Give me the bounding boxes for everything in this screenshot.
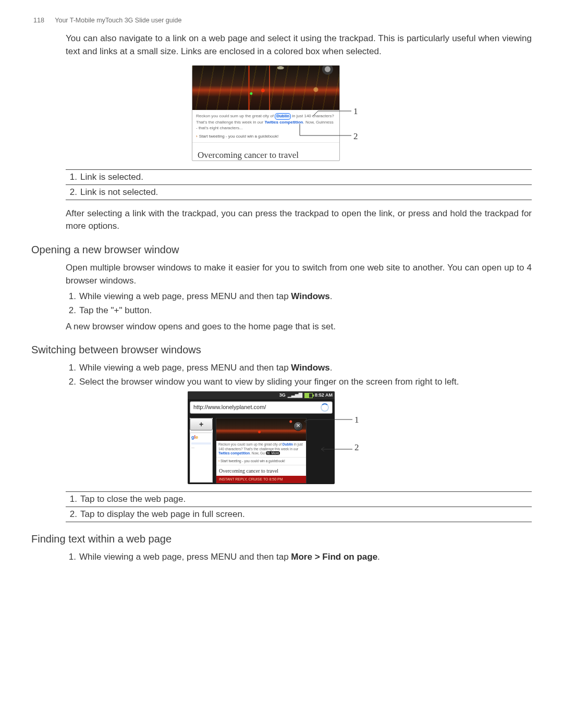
window-thumbnails: + gle — ✕ Reckon you could sum up the gr… — [188, 416, 335, 484]
caption-text: Tap to close the web page. — [80, 493, 186, 506]
hero-photo — [192, 66, 339, 110]
article-headline: Overcoming cancer to travel — [192, 143, 339, 168]
unselected-link: Twities competition — [218, 451, 250, 455]
step-text: While viewing a web page, press MENU and… — [79, 290, 532, 303]
signal-bars-icon: ▁▃▅▇ — [288, 392, 302, 399]
page-header: 118 Your T-Mobile myTouch 3G Slide user … — [33, 16, 532, 25]
step-text-part: While viewing a web page, press MENU and… — [79, 552, 291, 562]
list-item: 1. While viewing a web page, press MENU … — [66, 290, 532, 303]
step-number: 1. — [66, 362, 76, 375]
unselected-link[interactable]: Twities competition — [264, 120, 303, 125]
step-number: 1. — [66, 551, 76, 564]
url-text: http://www.lonelyplanet.com/ — [193, 403, 266, 412]
callout-number-2: 2 — [353, 130, 358, 143]
figure-link-selection: Reckon you could sum up the great city o… — [66, 65, 532, 164]
caption-text: Link is not selected. — [80, 186, 158, 199]
callout-leader-1 — [313, 110, 351, 117]
loading-spinner-icon — [321, 403, 329, 412]
placeholder-line: — — [190, 446, 212, 450]
step-text-bold: More > Find on page — [291, 552, 377, 562]
caption-number: 2. — [66, 186, 77, 199]
callout-number-1: 1 — [354, 414, 359, 427]
list-item: 2. Select the browser window you want to… — [66, 376, 532, 389]
intro-paragraph: You can also navigate to a link on a web… — [66, 32, 532, 58]
figure-browser-windows: 3G ▁▃▅▇ 8:52 AM http://www.lonelyplanet.… — [66, 391, 532, 488]
page: 118 Your T-Mobile myTouch 3G Slide user … — [0, 0, 563, 728]
add-window-button[interactable]: + — [190, 418, 213, 430]
list-item: 1. While viewing a web page, press MENU … — [66, 362, 532, 375]
snippet-text: . Now, Gu — [250, 451, 265, 455]
url-bar[interactable]: http://www.lonelyplanet.com/ — [190, 401, 333, 414]
step-text-bold: Windows — [291, 291, 329, 301]
step-text-part: While viewing a web page, press MENU and… — [79, 363, 291, 373]
more-badge: ht. More — [266, 451, 280, 455]
caption-row: 2. Tap to display the web page in full s… — [66, 507, 532, 522]
snippet-text: Reckon you could sum up the great city o… — [196, 114, 275, 118]
step-number: 2. — [66, 376, 76, 389]
selected-link: Dublin — [283, 442, 293, 446]
after-figure-paragraph: After selecting a link with the trackpad… — [66, 207, 532, 233]
step-text-part: . — [377, 552, 380, 562]
figure2-captions: 1. Tap to close the web page. 2. Tap to … — [66, 491, 532, 522]
hero-photo — [216, 418, 306, 441]
step-text: While viewing a web page, press MENU and… — [79, 551, 532, 564]
content: You can also navigate to a link on a web… — [66, 32, 532, 563]
window-thumb-left[interactable]: + gle — — [190, 418, 213, 483]
page-number: 118 — [33, 16, 53, 25]
step-text: While viewing a web page, press MENU and… — [79, 362, 532, 375]
window-thumb-right[interactable]: ✕ Reckon you could sum up the great city… — [216, 418, 307, 484]
list-item: 1. While viewing a web page, press MENU … — [66, 551, 532, 564]
step-text: Select the browser window you want to vi… — [79, 376, 532, 389]
step-text-part: . — [330, 363, 333, 373]
phone-screenshot: 3G ▁▃▅▇ 8:52 AM http://www.lonelyplanet.… — [188, 391, 335, 484]
step-number: 2. — [66, 304, 76, 317]
statusbar: 3G ▁▃▅▇ 8:52 AM — [188, 391, 335, 399]
subline-text: Start tweeting - you could win a guidebo… — [199, 134, 279, 139]
network-icon: 3G — [279, 392, 286, 399]
step-text-bold: Windows — [291, 363, 329, 373]
caption-number: 1. — [66, 493, 77, 506]
sec1-intro: Open multiple browser windows to make it… — [66, 262, 532, 287]
selected-link[interactable]: Dublin — [275, 113, 291, 120]
caption-row: 1. Tap to close the web page. — [66, 491, 532, 507]
guide-title: Your T-Mobile myTouch 3G Slide user guid… — [55, 17, 181, 24]
snippet-text: Reckon you could sum up the great city o… — [218, 442, 283, 446]
placeholder-line — [191, 442, 211, 445]
site-logo: gle — [190, 433, 212, 441]
callout-leader-2 — [299, 124, 351, 137]
callout-number-1: 1 — [353, 105, 358, 118]
caption-number: 2. — [66, 508, 77, 521]
callout-number-2: 2 — [354, 441, 359, 454]
step-number: 1. — [66, 290, 76, 303]
heading-open-window: Opening a new browser window — [31, 242, 532, 257]
figure1-captions: 1. Link is selected. 2. Link is not sele… — [66, 169, 532, 200]
callout-leader-2 — [321, 447, 352, 452]
status-time: 8:52 AM — [315, 392, 333, 399]
article-headline: Overcoming cancer to travel — [216, 465, 306, 476]
subline-text: Start tweeting - you could win a guidebo… — [221, 459, 285, 463]
window-preview[interactable]: gle — — [190, 433, 213, 483]
step-text-part: While viewing a web page, press MENU and… — [79, 291, 291, 301]
caption-number: 1. — [66, 171, 77, 184]
caption-text: Link is selected. — [80, 171, 143, 184]
caption-row: 2. Link is not selected. — [66, 184, 532, 200]
sec1-outro: A new browser window opens and goes to t… — [66, 320, 532, 334]
list-item: 2. Tap the "+" button. — [66, 304, 532, 317]
step-text-part: . — [330, 291, 333, 301]
callout-leader-1 — [304, 418, 352, 424]
heading-find-text: Finding text within a web page — [31, 532, 532, 547]
battery-icon — [304, 393, 313, 398]
step-text: Tap the "+" button. — [79, 304, 532, 317]
heading-switch-windows: Switching between browser windows — [31, 342, 532, 357]
chevron-icon: › — [196, 134, 198, 139]
page-footer-strip: INSTANT REPLY, CRUISE TO 8:50 PM — [216, 476, 306, 483]
caption-row: 1. Link is selected. — [66, 169, 532, 184]
caption-text: Tap to display the web page in full scre… — [80, 508, 245, 521]
article-snippet: Reckon you could sum up the great city o… — [216, 441, 306, 458]
article-subline: › Start tweeting - you could win a guide… — [216, 458, 306, 465]
